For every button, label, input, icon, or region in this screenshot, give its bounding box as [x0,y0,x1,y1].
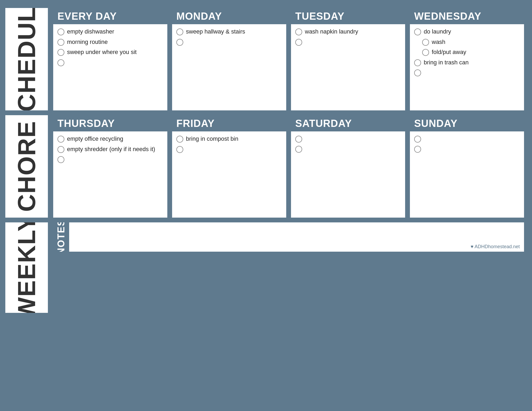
notes-section: NOTES ♥ ADHDhomestead.net [53,222,524,252]
friday-body: bring in compost bin [172,131,286,218]
task-item: morning routine [57,38,163,46]
task-circle[interactable] [295,136,302,143]
task-item: wash [414,38,520,46]
weekly-text: WEEKLY [14,222,39,313]
task-item [414,69,520,76]
task-circle[interactable] [295,146,302,153]
task-text: bring in trash can [424,59,520,67]
task-circle[interactable] [57,146,64,153]
task-circle[interactable] [295,39,302,46]
task-text: wash [432,38,520,46]
task-text: fold/put away [432,48,520,56]
task-circle[interactable] [57,28,64,35]
tuesday-header: TUESDAY [291,8,405,24]
task-circle[interactable] [57,49,64,56]
thursday-header: THURSDAY [53,115,167,131]
task-item [176,146,282,153]
everyday-header: EVERY DAY [53,8,167,24]
tuesday-body: wash napkin laundry [291,24,405,110]
chore-text: CHORE [14,121,39,212]
task-text: morning routine [67,38,163,46]
task-item: empty shredder (only if it needs it) [57,146,163,153]
task-text: empty shredder (only if it needs it) [67,146,163,153]
task-text: sweep under where you sit [67,48,163,56]
tuesday-card: TUESDAY wash napkin laundry [291,8,405,110]
notes-label: NOTES [56,222,67,252]
task-circle[interactable] [414,136,421,143]
weekly-label: WEEKLY [5,222,48,313]
saturday-header: SATURDAY [291,115,405,131]
friday-card: FRIDAY bring in compost bin [172,115,286,218]
sunday-header: SUNDAY [410,115,524,131]
task-text: do laundry [424,28,520,36]
friday-header: FRIDAY [172,115,286,131]
schedule-label: SCHEDULE [5,8,48,110]
task-text: bring in compost bin [186,135,282,143]
task-circle[interactable] [414,69,421,76]
chore-label: CHORE [5,115,48,218]
thursday-card: THURSDAY empty office recycling empty sh… [53,115,167,218]
task-text: wash napkin laundry [305,28,401,36]
task-item: wash napkin laundry [295,28,401,36]
notes-label-container: NOTES [53,222,69,252]
everyday-body: empty dishwasher morning routine sweep u… [53,24,167,110]
monday-card: MONDAY sweep hallway & stairs [172,8,286,110]
task-item [295,145,401,153]
bottom-row: THURSDAY empty office recycling empty sh… [53,115,524,218]
attribution: ♥ ADHDhomestead.net [471,244,520,250]
thursday-body: empty office recycling empty shredder (o… [53,131,167,218]
sunday-body [410,131,524,218]
top-row: EVERY DAY empty dishwasher morning routi… [53,8,524,110]
task-item [57,156,163,163]
task-item [414,135,520,143]
task-item: empty dishwasher [57,28,163,36]
wednesday-header: WEDNESDAY [410,8,524,24]
task-circle[interactable] [295,28,302,35]
notes-content[interactable]: ♥ ADHDhomestead.net [69,222,524,252]
saturday-card: SATURDAY [291,115,405,218]
task-circle[interactable] [57,136,64,143]
monday-header: MONDAY [172,8,286,24]
wednesday-card: WEDNESDAY do laundry wash fold/put away [410,8,524,110]
task-item [414,145,520,153]
task-item: do laundry [414,28,520,36]
task-circle[interactable] [414,146,421,153]
task-circle[interactable] [176,146,183,153]
monday-body: sweep hallway & stairs [172,24,286,110]
task-item [295,135,401,143]
everyday-card: EVERY DAY empty dishwasher morning routi… [53,8,167,110]
task-circle[interactable] [57,156,64,163]
task-circle[interactable] [414,59,421,66]
saturday-body [291,131,405,218]
task-item: sweep hallway & stairs [176,28,282,36]
sunday-card: SUNDAY [410,115,524,218]
task-circle[interactable] [414,28,421,35]
task-item: bring in trash can [414,59,520,67]
task-circle[interactable] [57,59,64,66]
task-item: bring in compost bin [176,135,282,143]
task-text: empty office recycling [67,135,163,143]
task-item: sweep under where you sit [57,48,163,56]
task-item: empty office recycling [57,135,163,143]
page: SCHEDULE CHORE WEEKLY EVERY DAY empty di… [0,0,532,411]
task-circle[interactable] [422,39,429,46]
wednesday-body: do laundry wash fold/put away bring in t… [410,24,524,110]
task-circle[interactable] [57,39,64,46]
schedule-text: SCHEDULE [14,8,39,110]
task-item: fold/put away [414,48,520,56]
task-circle[interactable] [176,136,183,143]
task-circle[interactable] [176,28,183,35]
task-circle[interactable] [422,49,429,56]
task-item [295,38,401,46]
task-text: empty dishwasher [67,28,163,36]
main-content: EVERY DAY empty dishwasher morning routi… [53,8,524,403]
task-item [176,38,282,46]
task-item [57,59,163,66]
task-text: sweep hallway & stairs [186,28,282,36]
sidebar: SCHEDULE CHORE WEEKLY [5,8,48,403]
task-circle[interactable] [176,39,183,46]
